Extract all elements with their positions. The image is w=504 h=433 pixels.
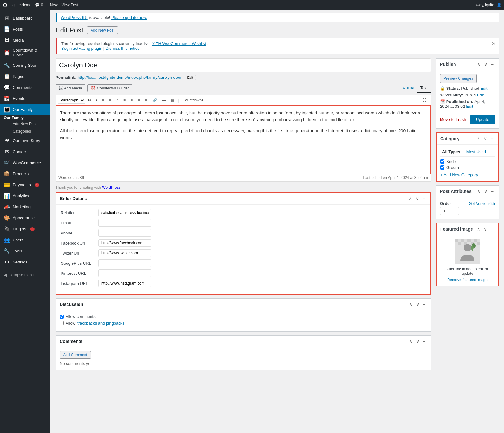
sidebar-item-tools[interactable]: 🔧 Tools [0,245,50,257]
sidebar-item-events[interactable]: 📅 Events [0,93,50,104]
publish-up[interactable]: ∧ [476,61,482,67]
preview-changes-button[interactable]: Preview Changes [440,74,477,83]
relation-input[interactable] [98,209,151,216]
discussion-up[interactable]: ∧ [408,301,413,308]
enter-details-collapse-up[interactable]: ∧ [407,195,413,202]
twitter-input[interactable] [98,249,151,257]
comments-down[interactable]: ∨ [415,338,420,344]
sidebar-item-our-love-story[interactable]: ❤ Our Love Story [0,135,50,146]
add-new-post-button[interactable]: Add New Post [87,26,118,34]
countdown-builder-button[interactable]: ⏰ Countdown Builder [87,84,132,92]
category-minimize[interactable]: − [489,136,495,142]
permalink-url[interactable]: http://localhost/Ignite-demo/index.php/f… [78,75,181,80]
featured-image-up[interactable]: ∧ [476,226,481,232]
blockquote-button[interactable]: ❝ [114,97,120,104]
featured-image-minimize[interactable]: − [489,226,495,232]
order-input[interactable] [440,207,459,215]
hr-button[interactable]: — [160,97,168,104]
featured-image-down[interactable]: ∨ [483,226,488,232]
activate-plugin-link[interactable]: Begin activating plugin [61,46,102,51]
please-update-link[interactable]: Please update now. [111,15,147,20]
cat-bride-checkbox[interactable] [440,159,444,164]
sidebar-item-posts[interactable]: 📄 Posts [0,24,50,35]
remove-featured-image-link[interactable]: Remove featured image [440,278,495,282]
add-comment-button[interactable]: Add Comment [60,351,91,359]
wordpress-link[interactable]: WordPress [102,185,120,190]
post-attr-up[interactable]: ∧ [476,188,482,194]
featured-image-thumbnail[interactable] [455,239,480,264]
sidebar-item-pages[interactable]: 📋 Pages [0,71,50,82]
plugin-link[interactable]: YITH WooCommerce Wishlist [152,41,206,46]
bold-button[interactable]: B [86,97,93,104]
discussion-minimize[interactable]: − [422,301,427,308]
sidebar-item-products[interactable]: 📦 Products [0,168,50,179]
status-edit-link[interactable]: Edit [480,86,487,91]
update-banner-link[interactable]: WordPress 6.5 [61,15,88,20]
sidebar-sub-categories[interactable]: Categories [0,128,50,135]
sidebar-item-plugins[interactable]: 🔌 Plugins 1 [0,223,50,234]
sidebar-item-settings[interactable]: ⚙ Settings [0,257,50,268]
ordered-list-button[interactable]: ≡ [107,97,114,104]
enter-details-header[interactable]: Enter Details ∧ ∨ − [56,193,430,205]
sidebar-item-woocommerce[interactable]: 🛒 WooCommerce [0,157,50,168]
sidebar-item-users[interactable]: 👥 Users [0,234,50,245]
discussion-down[interactable]: ∨ [415,301,420,308]
allow-comments-checkbox[interactable] [60,315,64,319]
sidebar-item-comments[interactable]: 💬 Comments [0,82,50,93]
visibility-edit-link[interactable]: Edit [477,93,484,97]
fullscreen-button[interactable]: ⛶ [420,97,429,104]
comments-minimize[interactable]: − [422,338,427,344]
link-button[interactable]: 🔗 [150,97,159,104]
visual-tab[interactable]: Visual [400,84,417,93]
category-down[interactable]: ∨ [483,136,488,142]
post-title-input[interactable] [56,58,431,72]
adminbar-new[interactable]: + New [47,3,57,7]
sidebar-item-our-family[interactable]: 👨‍👩‍👧 Our Family [0,104,50,115]
collapse-menu[interactable]: ◀ Collapse menu [0,270,50,280]
text-tab[interactable]: Text [417,84,431,93]
sidebar-sub-add-new-post[interactable]: Add New Post [0,120,50,128]
cat-tab-all-types[interactable]: All Types [440,148,462,155]
add-new-category-link[interactable]: + Add New Category [440,172,495,177]
publish-minimize[interactable]: − [490,61,495,67]
sidebar-item-coming-soon[interactable]: 🔧 Coming Soon [0,60,50,71]
facebook-input[interactable] [98,239,151,247]
move-to-trash-link[interactable]: Move to Trash [440,117,466,122]
post-attr-down[interactable]: ∨ [483,188,489,194]
discussion-header[interactable]: Discussion ∧ ∨ − [56,299,431,310]
sidebar-item-payments[interactable]: 💳 Payments 1 [0,179,50,190]
sidebar-item-countdown-clock[interactable]: ⏰ Countdown & Clock [0,45,50,60]
comments-header[interactable]: Comments ∧ ∨ − [56,336,431,347]
cat-groom-checkbox[interactable] [440,165,444,170]
publish-down[interactable]: ∨ [483,61,489,67]
sidebar-item-media[interactable]: 🖼 Media [0,35,50,45]
comments-up[interactable]: ∧ [408,338,413,344]
paragraph-select[interactable]: Paragraph [58,97,85,104]
add-media-button[interactable]: 🖼 Add Media [56,84,85,92]
sidebar-item-dashboard[interactable]: ⊞ Dashboard [0,13,50,24]
date-edit-link[interactable]: Edit [466,104,473,109]
countdowns-button[interactable]: Countdowns [180,97,206,104]
sidebar-item-contact[interactable]: ✉ Contact [0,146,50,157]
align-justify-button[interactable]: ≡ [143,97,149,104]
sidebar-item-appearance[interactable]: 🎨 Appearance [0,212,50,223]
align-right-button[interactable]: ≡ [136,97,142,104]
get-version-link[interactable]: Get Version 6.5 [469,201,495,206]
googleplus-input[interactable] [98,259,151,267]
post-attr-minimize[interactable]: − [490,188,495,194]
editor-area[interactable]: There are many variations of passages of… [56,105,431,174]
enter-details-minimize[interactable]: − [421,195,426,202]
sidebar-item-analytics[interactable]: 📊 Analytics [0,190,50,201]
table-button[interactable]: ▦ [169,97,177,104]
enter-details-collapse-down[interactable]: ∨ [414,195,420,202]
pinterest-input[interactable] [98,269,151,277]
align-left-button[interactable]: ≡ [121,97,128,104]
allow-trackbacks-checkbox[interactable] [60,321,64,325]
adminbar-view-post[interactable]: View Post [62,3,78,7]
phone-input[interactable] [98,229,151,237]
instagram-input[interactable] [98,280,151,287]
align-center-button[interactable]: ≡ [128,97,135,104]
email-input[interactable] [98,219,151,227]
sidebar-item-marketing[interactable]: 📣 Marketing [0,201,50,212]
permalink-edit-button[interactable]: Edit [185,75,196,80]
